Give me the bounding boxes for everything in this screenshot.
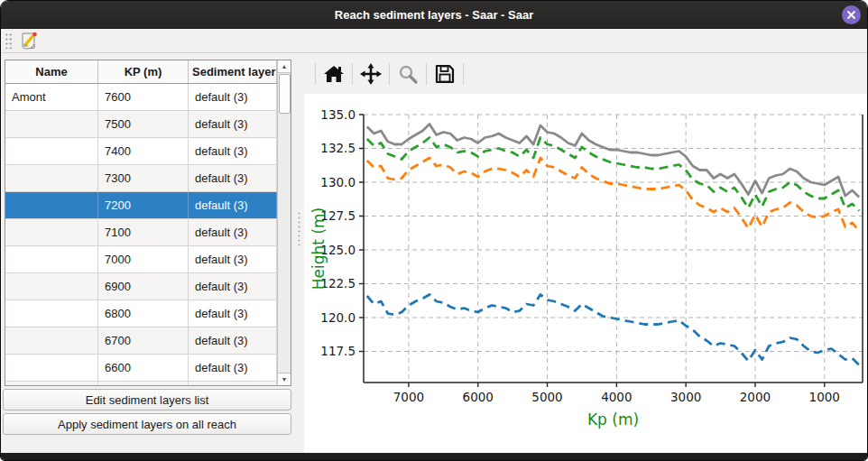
- scroll-up-button[interactable]: ▲: [278, 60, 291, 73]
- cell-name[interactable]: [5, 327, 98, 354]
- cell-name[interactable]: [5, 246, 98, 272]
- home-button[interactable]: [322, 62, 346, 86]
- cell-kp[interactable]: [98, 382, 189, 385]
- x-tick-label: 1000: [809, 390, 840, 404]
- x-tick-label: 6000: [463, 390, 494, 404]
- cell-layers[interactable]: default (3): [189, 246, 277, 272]
- pan-move-icon: [359, 62, 383, 86]
- x-tick-label: 5000: [531, 390, 562, 404]
- y-tick-label: 120.0: [320, 310, 356, 325]
- cell-kp[interactable]: 6900: [98, 273, 189, 300]
- cell-layers[interactable]: default (3): [189, 300, 277, 327]
- cell-name[interactable]: [5, 138, 98, 164]
- edit-document-icon: [18, 30, 40, 51]
- cell-kp[interactable]: 6800: [98, 300, 189, 327]
- save-floppy-icon: [433, 62, 457, 86]
- cell-layers[interactable]: default (3): [189, 138, 277, 164]
- cell-layers[interactable]: default (3): [189, 355, 277, 381]
- cell-kp[interactable]: 7000: [98, 246, 189, 272]
- y-tick-label: 117.5: [320, 344, 356, 358]
- cell-layers[interactable]: default (3): [189, 111, 277, 137]
- table-scrollbar[interactable]: ▲ ▼: [277, 60, 291, 385]
- pan-button[interactable]: [359, 62, 383, 86]
- x-axis-label: Kp (m): [587, 410, 639, 429]
- sediment-profile-figure[interactable]: 7000600050004000300020001000117.5120.012…: [304, 94, 867, 454]
- zoom-magnifier-icon: [396, 62, 420, 86]
- panel-splitter[interactable]: [293, 53, 304, 454]
- main-toolbar: [1, 29, 867, 53]
- column-header-layers[interactable]: Sediment layers: [189, 60, 277, 83]
- cell-name[interactable]: [5, 165, 98, 191]
- cell-name[interactable]: Amont: [5, 84, 98, 110]
- table-row[interactable]: 6700default (3): [5, 327, 277, 355]
- titlebar: Reach sediment layers - Saar - Saar: [1, 1, 867, 29]
- cell-kp[interactable]: 6700: [98, 327, 189, 354]
- cell-kp[interactable]: 7400: [98, 138, 189, 164]
- table-rows: Amont7600default (3)7500default (3)7400d…: [5, 84, 277, 385]
- column-header-kp[interactable]: KP (m): [98, 60, 189, 83]
- table-header: Name KP (m) Sediment layers: [5, 60, 277, 84]
- content-area: Name KP (m) Sediment layers Amont7600def…: [1, 53, 867, 454]
- cell-layers[interactable]: [189, 382, 277, 385]
- window-bottom-border: [1, 453, 867, 460]
- cell-layers[interactable]: default (3): [189, 219, 277, 245]
- cell-layers[interactable]: default (3): [189, 84, 277, 110]
- table-row[interactable]: 6800default (3): [5, 300, 277, 327]
- save-button[interactable]: [433, 62, 457, 86]
- cell-kp[interactable]: 7500: [98, 111, 189, 137]
- splitter-handle-icon: [297, 211, 301, 245]
- column-header-name[interactable]: Name: [5, 60, 98, 83]
- scrollbar-thumb[interactable]: [279, 74, 291, 114]
- chart-panel: 7000600050004000300020001000117.5120.012…: [304, 53, 867, 454]
- cell-kp[interactable]: 7100: [98, 219, 189, 245]
- cell-kp[interactable]: 7200: [98, 192, 189, 218]
- cell-name[interactable]: [5, 192, 98, 218]
- y-tick-label: 135.0: [320, 107, 356, 122]
- table-body: Name KP (m) Sediment layers Amont7600def…: [5, 60, 277, 385]
- toolbar-separator: [315, 63, 316, 85]
- cell-name[interactable]: [5, 355, 98, 381]
- table-row[interactable]: 7500default (3): [5, 111, 277, 138]
- cell-name[interactable]: [5, 382, 98, 385]
- zoom-button[interactable]: [396, 62, 420, 86]
- cell-kp[interactable]: 6600: [98, 355, 189, 381]
- cell-name[interactable]: [5, 300, 98, 327]
- table-row[interactable]: 7300default (3): [5, 165, 277, 192]
- reach-sediment-layers-window: Reach sediment layers - Saar - Saar: [0, 0, 868, 461]
- table-row[interactable]: 7400default (3): [5, 138, 277, 165]
- y-tick-label: 130.0: [320, 175, 356, 189]
- edit-sediment-layers-list-button[interactable]: Edit sediment layers list: [3, 389, 291, 410]
- cell-name[interactable]: [5, 273, 98, 300]
- y-axis-label: Height (m): [309, 207, 328, 290]
- figure-background: [304, 94, 867, 450]
- y-tick-label: 132.5: [320, 141, 356, 155]
- cell-layers[interactable]: default (3): [189, 273, 277, 300]
- toolbar-separator: [352, 63, 353, 85]
- profile-chart[interactable]: 7000600050004000300020001000117.5120.012…: [304, 94, 867, 450]
- scroll-down-button[interactable]: ▼: [278, 373, 291, 385]
- close-button[interactable]: [842, 5, 861, 24]
- cell-kp[interactable]: 7300: [98, 165, 189, 191]
- table-row[interactable]: 7200default (3): [5, 192, 277, 219]
- plot-toolbar: [304, 53, 867, 94]
- toolbar-separator: [426, 63, 427, 85]
- cell-name[interactable]: [5, 111, 98, 137]
- table-row[interactable]: 7100default (3): [5, 219, 277, 246]
- cell-layers[interactable]: default (3): [189, 165, 277, 191]
- sediment-table-panel: Name KP (m) Sediment layers Amont7600def…: [1, 53, 293, 454]
- table-row[interactable]: [5, 382, 277, 385]
- table-row[interactable]: 6900default (3): [5, 273, 277, 300]
- x-tick-label: 3000: [670, 390, 701, 404]
- table-row[interactable]: Amont7600default (3): [5, 84, 277, 111]
- toolbar-drag-handle[interactable]: [5, 32, 13, 49]
- table-row[interactable]: 6600default (3): [5, 355, 277, 382]
- cell-name[interactable]: [5, 219, 98, 245]
- sediment-table: Name KP (m) Sediment layers Amont7600def…: [5, 60, 291, 386]
- apply-sediment-layers-button[interactable]: Apply sediment layers on all reach: [3, 413, 291, 435]
- edit-sediment-button[interactable]: [18, 30, 40, 51]
- cell-layers[interactable]: default (3): [189, 327, 277, 354]
- cell-kp[interactable]: 7600: [98, 84, 189, 110]
- x-tick-label: 7000: [393, 390, 424, 404]
- cell-layers[interactable]: default (3): [189, 192, 277, 218]
- table-row[interactable]: 7000default (3): [5, 246, 277, 273]
